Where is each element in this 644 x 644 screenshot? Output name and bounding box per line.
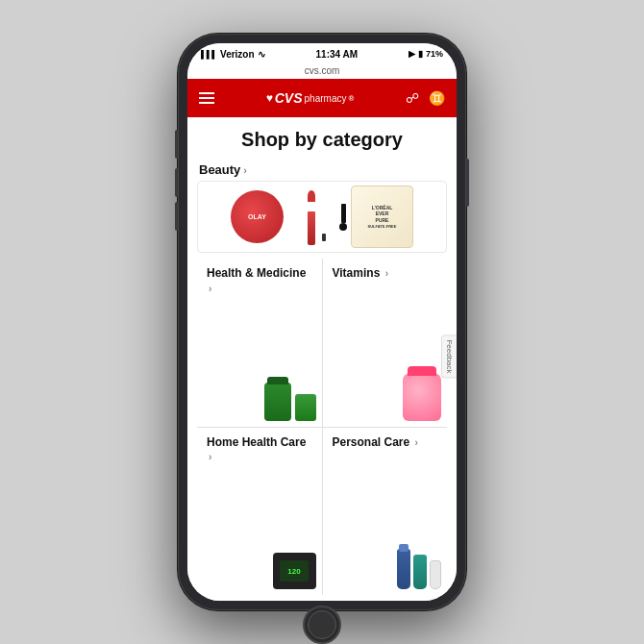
loreal-product: L'ORÉALEVERPURESULFATE-FREE: [351, 186, 413, 248]
signal-bars: ▌▌▌: [201, 50, 217, 59]
phone-bottom-bar: [187, 595, 457, 601]
heart-icon: ♥: [266, 91, 273, 105]
lipstick-tip: [308, 190, 315, 202]
vitamin-bottle: [403, 373, 441, 421]
home-health-arrow: ›: [209, 452, 211, 462]
lipstick-body: [308, 211, 315, 245]
status-bar: ▌▌▌ Verizon ∿ 11:34 AM ▶ ▮ 71%: [187, 43, 457, 64]
logo-pharmacy: pharmacy: [305, 93, 347, 104]
cvs-logo[interactable]: ♥ CVS pharmacy ®: [266, 90, 355, 106]
health-arrow: ›: [209, 284, 211, 294]
url-text: cvs.com: [305, 65, 340, 76]
tube-blue: [397, 549, 410, 589]
battery-icon: ▮: [418, 49, 423, 59]
personal-care-products: [397, 549, 441, 589]
health-medicine-label: Health & Medicine ›: [207, 266, 312, 296]
category-grid: Health & Medicine › Vitamins ›: [197, 259, 447, 595]
health-medicine-cell[interactable]: Health & Medicine ›: [197, 259, 322, 427]
hamburger-line: [199, 92, 214, 94]
logo-text: CVS: [275, 90, 303, 106]
personal-care-cell[interactable]: Personal Care ›: [323, 428, 448, 596]
address-bar[interactable]: cvs.com: [187, 64, 457, 79]
page-content: Feedback Shop by category Beauty ›: [187, 117, 457, 595]
vitamins-image: [403, 373, 441, 421]
gps-icon: ▶: [409, 49, 415, 59]
personal-care-arrow: ›: [415, 437, 418, 448]
home-button-ring: [308, 610, 336, 639]
vitamins-label: Vitamins ›: [333, 266, 438, 282]
home-health-care-image: 120: [273, 553, 316, 589]
home-button[interactable]: [303, 606, 341, 644]
tube-teal: [413, 555, 427, 589]
beauty-section-header[interactable]: Beauty ›: [187, 157, 457, 181]
registered-mark: ®: [348, 94, 354, 103]
beauty-label: Beauty: [199, 162, 240, 177]
mascara-product: [339, 204, 347, 231]
bp-monitor: 120: [273, 553, 316, 589]
loreal-label: L'ORÉALEVERPURESULFATE-FREE: [368, 205, 397, 230]
tube-white: [430, 560, 441, 589]
personal-care-image: [397, 549, 441, 589]
cart-icon[interactable]: ♊: [429, 90, 445, 106]
phone-frame: ▌▌▌ Verizon ∿ 11:34 AM ▶ ▮ 71% cvs.com: [178, 34, 466, 610]
personal-care-label: Personal Care ›: [333, 435, 438, 451]
pill-bottle: [264, 383, 291, 421]
battery-percent: 71%: [426, 49, 443, 59]
medicine-box: [295, 394, 316, 421]
hamburger-menu[interactable]: [199, 92, 214, 104]
location-icon[interactable]: ☍: [406, 90, 419, 106]
nav-right-icons: ☍ ♊: [406, 90, 445, 106]
page-title: Shop by category: [187, 117, 457, 157]
hamburger-line: [199, 102, 214, 104]
vitamins-cell[interactable]: Vitamins ›: [323, 259, 448, 427]
vitamins-arrow: ›: [385, 268, 388, 279]
olay-product: [231, 190, 284, 243]
wifi-icon: ∿: [258, 49, 265, 60]
home-health-care-label: Home Health Care ›: [207, 435, 312, 465]
beauty-arrow: ›: [243, 164, 247, 176]
health-medicine-image: [264, 383, 316, 421]
feedback-tab[interactable]: Feedback: [441, 334, 457, 378]
lipstick-cap: [322, 234, 326, 241]
phone-screen: ▌▌▌ Verizon ∿ 11:34 AM ▶ ▮ 71% cvs.com: [187, 43, 457, 601]
status-carrier: ▌▌▌ Verizon ∿: [201, 49, 265, 60]
nav-bar: ♥ CVS pharmacy ® ☍ ♊: [187, 79, 457, 117]
lipstick-product: [287, 190, 335, 243]
beauty-banner[interactable]: L'ORÉALEVERPURESULFATE-FREE: [197, 181, 447, 253]
status-right: ▶ ▮ 71%: [409, 49, 443, 59]
bp-screen: 120: [280, 560, 309, 582]
carrier-name: Verizon: [220, 49, 255, 60]
home-health-care-cell[interactable]: Home Health Care › 120: [197, 428, 322, 596]
status-time: 11:34 AM: [316, 49, 359, 60]
hamburger-line: [199, 97, 214, 99]
